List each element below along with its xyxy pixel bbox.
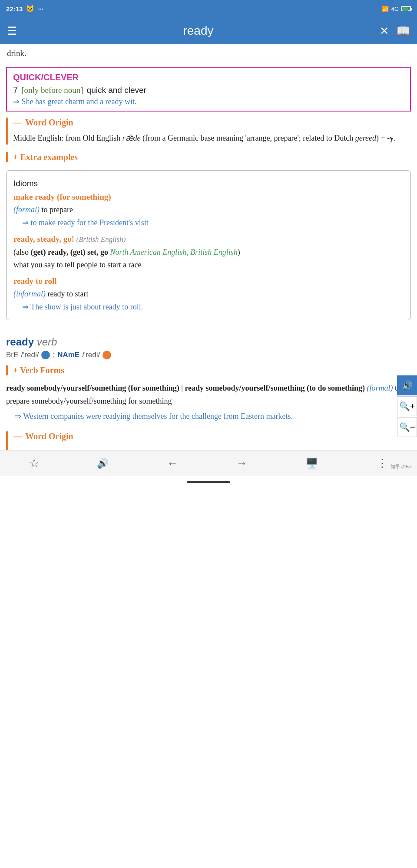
idioms-title: Idioms <box>13 177 404 190</box>
idiom-british-2: (British English) <box>76 235 126 243</box>
idiom-3-def: ready to start <box>48 289 89 298</box>
zoom-out-button[interactable]: 🔍− <box>397 417 417 437</box>
bottom-word-origin-title: Word Origin <box>25 431 73 441</box>
battery-fill <box>403 7 408 11</box>
bottom-dash: — <box>13 431 22 441</box>
verb-def-example: ⇒ Western companies were readying themse… <box>15 410 411 423</box>
grammar-tag: [only before noun] <box>21 85 83 95</box>
bottom-nav: ☆ 🔊 ← → 🖥️ ⋮ 知乎 @lyk <box>0 450 417 476</box>
toolbar: ☰ ready ✕ 📖 <box>0 17 417 44</box>
idiom-1: make ready (for something) (formal) to p… <box>13 190 404 230</box>
idiom-phrase-1: make ready (for something) <box>13 190 404 204</box>
speaker-nav-icon[interactable]: 🔊 <box>97 458 109 469</box>
top-snippet: drink. <box>0 44 417 62</box>
wo-text-after-1: (from a Germanic base meaning 'arrange, … <box>141 134 355 142</box>
wo-text-1: Middle English: from Old English <box>13 134 122 142</box>
book-icon[interactable]: 📖 <box>396 24 410 38</box>
battery-icon <box>401 6 411 11</box>
wo-italic-1: rǣde <box>122 134 141 142</box>
nam-label: NAmE <box>57 351 79 359</box>
idiom-phrase-3: ready to roll <box>13 274 404 288</box>
idiom-3: ready to roll (informal) ready to start … <box>13 274 404 314</box>
def-number: 7 <box>13 85 18 95</box>
forward-nav-item[interactable]: → <box>236 457 248 470</box>
idiom-2-def: what you say to tell people to start a r… <box>13 259 404 272</box>
cat-icon: 🐱 <box>26 5 34 13</box>
word-origin-section-1: — Word Origin Middle English: from Old E… <box>6 118 411 145</box>
wo-italic-2: gereed <box>355 134 376 142</box>
extra-examples[interactable]: + Extra examples <box>6 152 411 162</box>
ready-verb-section: ready verb BrE /'redi/ ; NAmE /'redi/ <box>0 328 417 359</box>
more-icon[interactable]: ⋮ <box>377 457 388 470</box>
close-icon[interactable]: ✕ <box>380 24 389 38</box>
nam-phonetic: /'redi/ <box>82 351 100 359</box>
quick-clever-label: QUICK/CLEVER <box>13 72 404 82</box>
idiom-3-informal: (informal) <box>13 289 46 298</box>
idiom-2-close: ) <box>238 248 240 256</box>
star-nav-item[interactable]: ☆ <box>29 457 39 470</box>
zhihu-logo: 知乎 @lyk <box>391 464 412 470</box>
home-bar <box>187 481 230 483</box>
idiom-2-altphrase: (get) ready, (get) set, go <box>31 248 109 256</box>
idiom-phrase-2: ready, steady, go! <box>13 234 74 243</box>
verb-phrase-2: ready somebody/yourself/something (to do… <box>185 384 365 392</box>
word-origin-text-1: Middle English: from Old English rǣde (f… <box>13 132 411 145</box>
idiom-2: ready, steady, go! (British English) (al… <box>13 232 404 272</box>
verb-forms-label[interactable]: + Verb Forms <box>13 365 64 375</box>
signal-icon: 📶 <box>382 6 389 12</box>
semicolon: ; <box>53 351 55 359</box>
zoom-out-icon: 🔍− <box>399 422 415 432</box>
verb-phrase-1: ready somebody/yourself/something (for s… <box>6 384 179 392</box>
monitor-nav-item[interactable]: 🖥️ <box>305 457 318 470</box>
zoom-in-button[interactable]: 🔍+ <box>397 396 417 416</box>
back-icon[interactable]: ← <box>167 457 178 470</box>
menu-icon[interactable]: ☰ <box>7 24 17 38</box>
speaker-nav-item[interactable]: 🔊 <box>97 458 109 469</box>
bottom-word-origin-header: — Word Origin <box>13 431 411 441</box>
dots: ··· <box>38 5 43 13</box>
idiom-2-also: (also <box>13 248 31 256</box>
bre-speaker-icon[interactable] <box>41 351 50 359</box>
idiom-3-example: ⇒ The show is just about ready to roll. <box>22 301 404 314</box>
idiom-1-example: ⇒ to make ready for the President's visi… <box>22 217 404 230</box>
nam-speaker-icon[interactable] <box>103 351 111 359</box>
idioms-box: Idioms make ready (for something) (forma… <box>6 170 411 320</box>
verb-forms-section[interactable]: + Verb Forms <box>6 365 411 375</box>
idiom-2-alt: (also (get) ready, (get) set, go North A… <box>13 246 404 259</box>
idiom-3-def-line: (informal) ready to start <box>13 288 404 301</box>
ready-word: ready <box>6 336 34 348</box>
home-indicator <box>0 476 417 488</box>
status-left: 22:13 🐱 ··· <box>6 5 43 13</box>
toolbar-title: ready <box>24 24 373 38</box>
idiom-1-def-line: (formal) to prepare <box>13 204 404 217</box>
star-icon[interactable]: ☆ <box>29 457 39 470</box>
example-arrow: ⇒ She has great charm and a ready wit. <box>13 97 404 106</box>
verb-def-phrases: ready somebody/yourself/something (for s… <box>6 381 411 408</box>
network-label: 4G <box>391 6 399 12</box>
idiom-2-north: North American English, British English <box>110 248 238 256</box>
quick-clever-box: QUICK/CLEVER 7 [only before noun] quick … <box>6 67 411 112</box>
idiom-1-formal: (formal) <box>13 205 40 214</box>
bre-phonetic: /'redi/ <box>21 351 39 359</box>
def-text: quick and clever <box>87 85 146 95</box>
extra-examples-label[interactable]: + Extra examples <box>13 152 78 162</box>
speaker-float-button[interactable]: 🔊 <box>397 375 417 395</box>
more-nav-item[interactable]: ⋮ <box>377 457 388 470</box>
wo-text-end-1: ) + <box>376 134 387 142</box>
verb-definition-section: ready somebody/yourself/something (for s… <box>0 375 417 423</box>
float-buttons: 🔊 🔍+ 🔍− <box>397 375 417 437</box>
pronunciation: BrE /'redi/ ; NAmE /'redi/ <box>6 351 411 359</box>
speaker-float-icon: 🔊 <box>402 380 413 391</box>
bre-label: BrE <box>6 351 18 359</box>
wo-period: . <box>394 134 396 142</box>
status-bar: 22:13 🐱 ··· 📶 4G <box>0 0 417 17</box>
zoom-in-icon: 🔍+ <box>399 401 415 411</box>
forward-icon[interactable]: → <box>236 457 248 470</box>
word-origin-title-1: Word Origin <box>25 118 73 128</box>
monitor-icon[interactable]: 🖥️ <box>305 457 318 470</box>
wo-bold-1: -y <box>387 134 394 142</box>
word-origin-header-1: — Word Origin <box>13 118 411 128</box>
verb-formal-tag: (formal) <box>367 384 393 392</box>
idiom-1-def: to prepare <box>42 205 73 214</box>
back-nav-item[interactable]: ← <box>167 457 178 470</box>
